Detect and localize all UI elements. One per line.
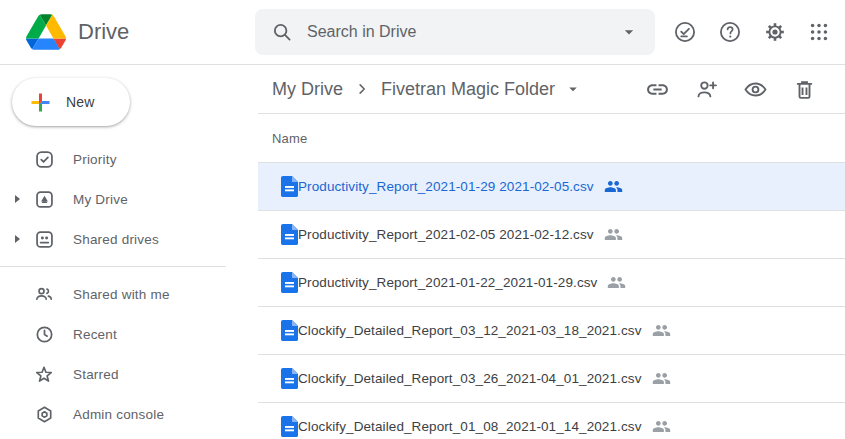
eye-icon [743, 77, 768, 102]
preview-eye-button[interactable] [743, 77, 768, 102]
shared-with-me-icon [32, 283, 56, 305]
expand-arrow-icon[interactable] [8, 235, 26, 243]
column-header-name[interactable]: Name [258, 114, 845, 163]
new-button-label: New [66, 94, 95, 110]
settings-button[interactable] [763, 20, 787, 44]
sidebar-item-shared-drives[interactable]: Shared drives [0, 219, 258, 259]
plus-icon [27, 89, 54, 116]
csv-file-icon [281, 176, 298, 197]
help-icon [718, 20, 742, 44]
shared-people-icon [607, 273, 626, 292]
file-row[interactable]: Clockify_Detailed_Report_03_26_2021-04_0… [258, 355, 845, 403]
search-icon[interactable] [271, 21, 293, 43]
sidebar-divider [0, 266, 226, 267]
sidebar-item-my-drive[interactable]: My Drive [0, 179, 258, 219]
sidebar-item-shared-with-me[interactable]: Shared with me [0, 274, 258, 314]
sidebar-item-label: Shared drives [73, 232, 159, 247]
folder-toolbar: My Drive Fivetran Magic Folder [258, 65, 845, 114]
breadcrumb: My Drive Fivetran Magic Folder [272, 79, 582, 100]
file-row[interactable]: Clockify_Detailed_Report_03_12_2021-03_1… [258, 307, 845, 355]
csv-file-icon [281, 320, 298, 341]
file-name: Clockify_Detailed_Report_01_08_2021-01_1… [298, 419, 642, 434]
sidebar-item-label: Admin console [73, 407, 164, 422]
shared-people-icon [652, 369, 671, 388]
app-header: Drive [0, 0, 845, 65]
file-name: Productivity_Report_2021-01-29 2021-02-0… [298, 179, 594, 194]
drive-logo[interactable]: Drive [0, 14, 255, 50]
chevron-right-icon [353, 80, 371, 98]
file-row[interactable]: Productivity_Report_2021-01-29 2021-02-0… [258, 163, 845, 211]
get-link-button[interactable] [645, 77, 670, 102]
breadcrumb-my-drive[interactable]: My Drive [272, 79, 343, 100]
shared-people-icon [652, 417, 671, 436]
file-name: Clockify_Detailed_Report_03_12_2021-03_1… [298, 323, 642, 338]
sidebar: New Priority [0, 65, 258, 439]
google-drive-app: Drive [0, 0, 845, 439]
file-row[interactable]: Clockify_Detailed_Report_01_08_2021-01_1… [258, 403, 845, 439]
file-name: Clockify_Detailed_Report_03_26_2021-04_0… [298, 371, 642, 386]
main-area: New Priority [0, 65, 845, 439]
app-title: Drive [78, 19, 129, 45]
person-add-icon [694, 77, 719, 102]
sidebar-item-starred[interactable]: Starred [0, 354, 258, 394]
admin-console-icon [32, 404, 56, 425]
sidebar-item-label: Starred [73, 367, 119, 382]
google-drive-logo-icon [26, 14, 66, 50]
sidebar-item-label: My Drive [73, 192, 128, 207]
priority-check-icon [32, 149, 56, 170]
apps-grid-button[interactable] [808, 21, 830, 43]
trash-icon [792, 77, 817, 102]
shared-people-icon [604, 225, 623, 244]
csv-file-icon [281, 368, 298, 389]
csv-file-icon [281, 416, 298, 437]
shared-people-icon [652, 321, 671, 340]
folder-options-caret-icon[interactable] [564, 80, 582, 98]
add-people-button[interactable] [694, 77, 719, 102]
breadcrumb-current-folder[interactable]: Fivetran Magic Folder [381, 79, 555, 100]
offline-ready-button[interactable] [673, 20, 697, 44]
sidebar-nav: Priority My Drive [0, 139, 258, 434]
star-icon [32, 363, 56, 385]
file-list: Productivity_Report_2021-01-29 2021-02-0… [258, 163, 845, 439]
csv-file-icon [281, 272, 298, 293]
drive-search-bar [255, 9, 655, 55]
sidebar-item-admin-console[interactable]: Admin console [0, 394, 258, 434]
sidebar-item-label: Priority [73, 152, 117, 167]
apps-grid-icon [808, 21, 830, 43]
sidebar-item-label: Recent [73, 327, 117, 342]
header-action-icons [673, 20, 845, 44]
gear-icon [763, 20, 787, 44]
offline-check-icon [673, 20, 697, 44]
help-button[interactable] [718, 20, 742, 44]
toolbar-action-icons [645, 77, 817, 102]
new-button[interactable]: New [12, 78, 130, 126]
sidebar-item-label: Shared with me [73, 287, 170, 302]
sidebar-item-priority[interactable]: Priority [0, 139, 258, 179]
shared-drives-icon [32, 229, 56, 250]
my-drive-icon [32, 189, 56, 210]
link-icon [645, 77, 670, 102]
search-options-caret-icon[interactable] [619, 22, 639, 42]
file-row[interactable]: Productivity_Report_2021-02-05 2021-02-1… [258, 211, 845, 259]
delete-button[interactable] [792, 77, 817, 102]
sidebar-item-recent[interactable]: Recent [0, 314, 258, 354]
file-row[interactable]: Productivity_Report_2021-01-22_2021-01-2… [258, 259, 845, 307]
shared-people-icon [604, 177, 623, 196]
content-area: My Drive Fivetran Magic Folder [258, 65, 845, 439]
csv-file-icon [281, 224, 298, 245]
search-input[interactable] [307, 23, 619, 41]
file-name: Productivity_Report_2021-01-22_2021-01-2… [298, 275, 597, 290]
file-name: Productivity_Report_2021-02-05 2021-02-1… [298, 227, 594, 242]
expand-arrow-icon[interactable] [8, 195, 26, 203]
recent-clock-icon [32, 324, 56, 345]
